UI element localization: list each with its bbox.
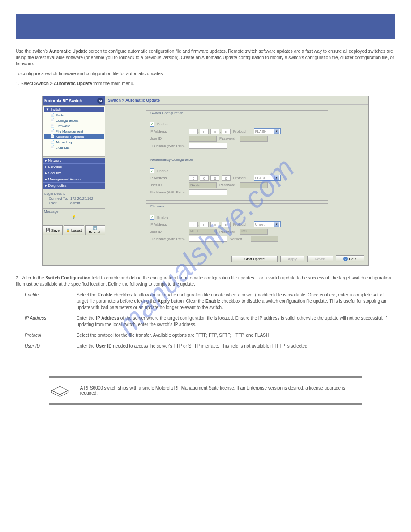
refresh-button[interactable]: 🔄 Refresh xyxy=(85,225,105,235)
protocol-select[interactable]: FLASH▼ xyxy=(254,175,281,181)
chevron-down-icon: ▼ xyxy=(274,129,279,134)
config-field-label: User ID xyxy=(25,343,69,349)
tree-item-icon: 📄 xyxy=(50,145,55,150)
tree-item-icon: 📄 xyxy=(50,124,55,128)
protocol-select[interactable]: FLASH▼ xyxy=(254,128,281,134)
filename-input[interactable] xyxy=(189,143,227,149)
tree-item-ports[interactable]: 📄Ports xyxy=(44,112,104,118)
fieldset-legend: Switch Configuration xyxy=(150,111,184,115)
enable-checkbox[interactable]: ✓ xyxy=(150,168,154,173)
nav-item-security[interactable]: ▸ Security xyxy=(43,170,105,176)
chevron-down-icon: ▼ xyxy=(274,175,279,180)
config-field-protocol: ProtocolSelect the protocol for the file… xyxy=(25,332,395,339)
apply-button[interactable]: Apply xyxy=(280,256,304,262)
fieldset-legend: Firmware xyxy=(150,204,166,208)
userid-label: User ID xyxy=(150,137,186,141)
help-icon: ? xyxy=(343,257,348,261)
password-input[interactable] xyxy=(240,182,268,188)
doc-body-2: 2. Refer to the Switch Configuration fie… xyxy=(16,275,395,349)
ip-input[interactable]: 0.0.0.0 xyxy=(189,129,231,134)
ip-label: IP Address xyxy=(150,129,186,133)
version-input[interactable] xyxy=(251,236,278,242)
user-label: User: xyxy=(44,201,68,205)
chevron-down-icon: ▼ xyxy=(274,222,279,227)
nav-item-services[interactable]: ▸ Services xyxy=(43,164,105,170)
tree-item-configurations[interactable]: 📄Configurations xyxy=(44,118,104,123)
note-icon xyxy=(49,384,71,397)
connect-value: 172.20.25.102 xyxy=(70,197,93,201)
config-field-desc: Enter the IP Address of the server where… xyxy=(77,315,395,328)
tree-item-icon: 📄 xyxy=(50,140,55,144)
password-input[interactable]: **** xyxy=(240,229,268,235)
config-field-enable: EnableSelect the Enable checkbox to allo… xyxy=(25,292,395,311)
brand-text: Motorola RF Switch xyxy=(44,99,82,103)
content-area: Switch Configuration✓EnableIP Address0.0… xyxy=(105,105,368,253)
tree-item-icon: 📄 xyxy=(50,113,55,117)
main-panel: Switch > Automatic Update Switch Configu… xyxy=(105,96,368,265)
revert-button[interactable]: Revert xyxy=(307,256,333,262)
password-label: Password xyxy=(219,230,237,234)
ip-label: IP Address xyxy=(150,176,186,180)
tree-item-licenses[interactable]: 📄Licenses xyxy=(44,145,104,150)
filename-label: File Name (With Path) xyxy=(150,144,186,148)
password-label: Password xyxy=(219,137,237,141)
filename-input[interactable] xyxy=(189,189,227,195)
sidebar: Motorola RF Switch M ▼ Switch 📄Ports📄Con… xyxy=(43,96,105,265)
footer-bar: Start Update Apply Revert ?Help xyxy=(105,253,368,265)
protocol-label: Protocol xyxy=(233,223,251,227)
help-button[interactable]: ?Help xyxy=(336,255,364,262)
save-button[interactable]: 💾 Save xyxy=(43,225,63,235)
step-1: 1. Select Switch > Automatic Update from… xyxy=(16,81,395,87)
password-input[interactable] xyxy=(240,136,268,142)
tree-item-firmware[interactable]: 📄Firmware xyxy=(44,123,104,129)
tree-item-icon: 📄 xyxy=(50,129,55,133)
svg-marker-1 xyxy=(51,390,68,397)
ip-input[interactable]: 0.0.0.0 xyxy=(189,222,231,227)
protocol-label: Protocol xyxy=(233,176,251,180)
breadcrumb: Switch > Automatic Update xyxy=(105,96,368,105)
userid-label: User ID xyxy=(150,183,186,187)
start-update-button[interactable]: Start Update xyxy=(231,256,278,262)
nav-item-management-access[interactable]: ▸ Management Access xyxy=(43,176,105,183)
login-panel: Login Details Connect To:172.20.25.102 U… xyxy=(43,190,105,207)
intro-2: To configure a switch firmware and confi… xyxy=(16,71,395,77)
userid-input[interactable]: NULL xyxy=(189,182,217,188)
userid-input[interactable] xyxy=(189,136,217,142)
tree-item-icon: 📄 xyxy=(50,134,55,139)
connect-label: Connect To: xyxy=(44,197,68,201)
enable-checkbox[interactable]: ✓ xyxy=(150,122,154,127)
filename-label: File Name (With Path) xyxy=(150,237,186,241)
tree-item-automatic-update[interactable]: 📄Automatic Update xyxy=(44,134,104,139)
enable-checkbox[interactable]: ✓ xyxy=(150,215,154,220)
config-field-desc: Enter the User ID needed to access the s… xyxy=(77,343,395,349)
fieldset-redundancy-configuration: Redundancy Configuration✓EnableIP Addres… xyxy=(146,157,328,201)
userid-input[interactable]: NULL xyxy=(189,229,217,235)
version-label: Version xyxy=(230,237,248,241)
tree-item-alarm-log[interactable]: 📄Alarm Log xyxy=(44,139,104,145)
nav-sections: ▸ Network▸ Services▸ Security▸ Managemen… xyxy=(43,158,105,189)
enable-label: Enable xyxy=(157,169,168,173)
message-panel: Message 💡 xyxy=(43,208,105,224)
nav-item-diagnostics[interactable]: ▸ Diagnostics xyxy=(43,183,105,189)
enable-label: Enable xyxy=(157,215,168,219)
protocol-select[interactable]: Unset▼ xyxy=(254,221,281,227)
user-value: admin xyxy=(70,201,80,205)
fieldset-switch-configuration: Switch Configuration✓EnableIP Address0.0… xyxy=(146,110,328,154)
tree-header[interactable]: ▼ Switch xyxy=(44,107,104,112)
filename-input[interactable] xyxy=(189,236,227,242)
fieldset-legend: Redundancy Configuration xyxy=(150,158,194,162)
logout-button[interactable]: 🔒 Logout xyxy=(64,225,84,235)
note-block: A RFS6000 switch ships with a single Mot… xyxy=(49,376,362,405)
tree-item-file-management[interactable]: 📄File Management xyxy=(44,129,104,134)
nav-item-network[interactable]: ▸ Network xyxy=(43,158,105,164)
login-title: Login Details xyxy=(44,192,103,196)
protocol-label: Protocol xyxy=(233,129,251,133)
password-label: Password xyxy=(219,183,237,187)
page-header-bar xyxy=(16,14,395,39)
config-field-ip-address: IP AddressEnter the IP Address of the se… xyxy=(25,315,395,328)
filename-label: File Name (With Path) xyxy=(150,190,186,194)
ip-input[interactable]: 0.0.0.0 xyxy=(189,175,231,181)
config-field-desc: Select the Enable checkbox to allow an a… xyxy=(77,292,395,311)
brand-bar: Motorola RF Switch M xyxy=(43,96,105,105)
bulb-icon: 💡 xyxy=(72,215,76,219)
